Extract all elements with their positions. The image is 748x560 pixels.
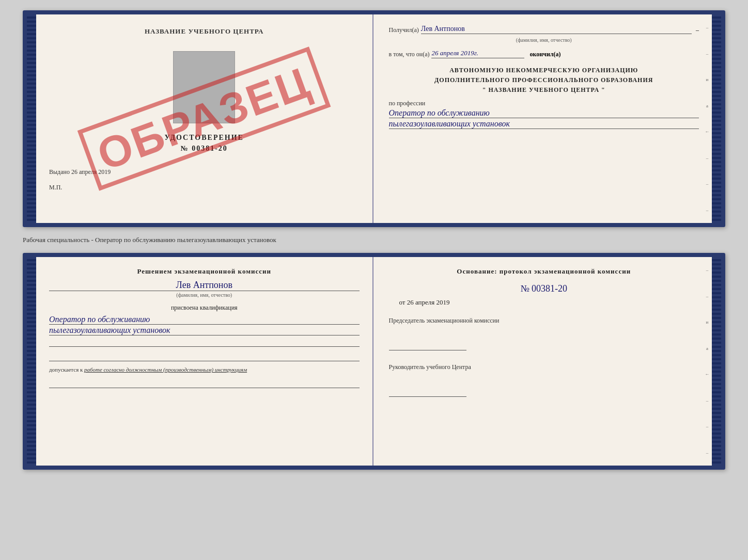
bottom-right-page: Основание: протокол экзаменационной коми… — [373, 257, 712, 466]
received-label: Получил(а) — [389, 26, 419, 34]
issued-label: Выдано — [49, 168, 70, 175]
finished-label: окончил(а) — [529, 51, 560, 58]
cert-doc-type: УДОСТОВЕРЕНИЕ — [49, 134, 360, 142]
cert-photo-area — [173, 51, 235, 123]
protocol-date: от 26 апреля 2019 — [389, 298, 699, 307]
admission-italic: работе согласно должностным (производств… — [84, 366, 247, 373]
assigned-label: присвоена квалификация — [49, 304, 360, 312]
fio-sublabel-top: (фамилия, имя, отчество) — [389, 37, 699, 43]
chairman-signature-line — [389, 340, 466, 350]
cert-mp: М.П. — [49, 184, 360, 191]
chairman-label: Председатель экзаменационной комиссии — [389, 317, 699, 325]
basis-label: Основание: протокол экзаменационной коми… — [389, 267, 699, 276]
qualification-line1: Оператор по обслуживанию — [49, 315, 360, 325]
issued-date: 26 апреля 2019 — [71, 168, 111, 175]
org-name: " НАЗВАНИЕ УЧЕБНОГО ЦЕНТРА " — [389, 85, 699, 95]
separator-text: Рабочая специальность - Оператор по обсл… — [23, 233, 725, 247]
chairman-block: Председатель экзаменационной комиссии — [389, 317, 699, 350]
protocol-date-prefix: от — [399, 298, 406, 306]
profession-line1: Оператор по обслуживанию — [389, 108, 699, 118]
dash-mark: – — [696, 26, 699, 34]
cert-right-page: Получил(а) Лев Антпонов – (фамилия, имя,… — [373, 14, 712, 223]
right-edge-marks-bottom: – – и а ← – – – — [703, 257, 712, 466]
blank-line-2 — [49, 351, 360, 361]
person-name: Лев Антпонов — [49, 280, 360, 291]
received-line: Получил(а) Лев Антпонов – — [389, 25, 699, 34]
bottom-certificate-book: Решением экзаменационной комиссии Лев Ан… — [23, 253, 725, 470]
in-that-label: в том, что он(а) — [389, 51, 430, 58]
blank-line-3 — [49, 378, 360, 388]
org-line2: ДОПОЛНИТЕЛЬНОГО ПРОФЕССИОНАЛЬНОГО ОБРАЗО… — [389, 75, 699, 85]
spine-right-bottom — [712, 257, 721, 466]
profession-line2: пылегазоулавливающих установок — [389, 119, 699, 129]
spine-left-bottom — [27, 257, 36, 466]
received-name: Лев Антпонов — [421, 25, 692, 34]
cert-issued-line: Выдано 26 апреля 2019 — [49, 168, 360, 176]
bottom-left-page: Решением экзаменационной комиссии Лев Ан… — [36, 257, 373, 466]
director-signature-line — [389, 387, 466, 397]
person-sublabel: (фамилия, имя, отчество) — [49, 292, 360, 298]
decision-header: Решением экзаменационной комиссии — [49, 267, 360, 276]
date-value: 26 апреля 2019г. — [431, 49, 524, 58]
document-wrapper: НАЗВАНИЕ УЧЕБНОГО ЦЕНТРА УДОСТОВЕРЕНИЕ №… — [23, 10, 725, 470]
protocol-date-value: 26 апреля 2019 — [407, 298, 450, 306]
top-certificate-book: НАЗВАНИЕ УЧЕБНОГО ЦЕНТРА УДОСТОВЕРЕНИЕ №… — [23, 10, 725, 227]
spine-right-top — [712, 14, 721, 223]
cert-left-page: НАЗВАНИЕ УЧЕБНОГО ЦЕНТРА УДОСТОВЕРЕНИЕ №… — [36, 14, 373, 223]
right-edge-marks: – – и а ← – – – — [703, 14, 712, 223]
cert-title: НАЗВАНИЕ УЧЕБНОГО ЦЕНТРА — [49, 27, 360, 36]
date-line: в том, что он(а) 26 апреля 2019г. окончи… — [389, 49, 699, 58]
admission-text: допускается к работе согласно должностны… — [49, 366, 360, 373]
blank-line-1 — [49, 337, 360, 347]
spine-left — [27, 14, 36, 223]
director-label: Руководитель учебного Центра — [389, 363, 699, 371]
qualification-line2: пылегазоулавливающих установок — [49, 326, 360, 335]
org-line1: АВТОНОМНУЮ НЕКОММЕРЧЕСКУЮ ОРГАНИЗАЦИЮ — [389, 66, 699, 75]
org-block: АВТОНОМНУЮ НЕКОММЕРЧЕСКУЮ ОРГАНИЗАЦИЮ ДО… — [389, 66, 699, 95]
admission-prefix: допускается к — [49, 366, 84, 373]
profession-label: по профессии — [389, 100, 699, 107]
cert-doc-number: № 00381-20 — [49, 145, 360, 153]
protocol-number: № 00381-20 — [389, 283, 699, 294]
